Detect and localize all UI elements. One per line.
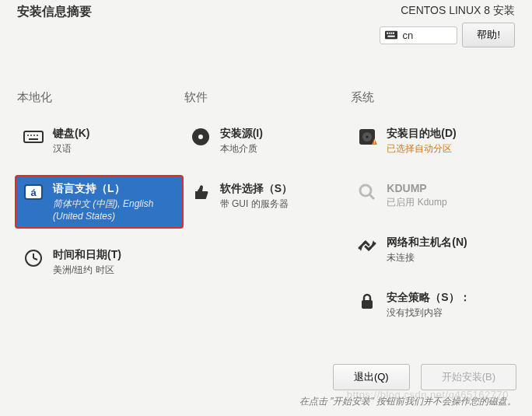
- footer-hint: 在点击 "开始安装" 按钮前我们并不会操作您的磁盘。: [299, 395, 516, 408]
- svg-point-21: [366, 136, 369, 138]
- product-title: CENTOS LINUX 8 安装: [401, 4, 515, 18]
- svg-text:!: !: [374, 139, 376, 145]
- spoke-sub: 已启用 Kdump: [387, 196, 446, 209]
- source-spoke[interactable]: 安装源(I) 本地介质: [183, 121, 350, 162]
- svg-rect-28: [362, 300, 373, 309]
- svg-text:á: á: [30, 187, 37, 198]
- kdump-spoke[interactable]: KDUMP 已启用 Kdump: [349, 176, 516, 215]
- svg-point-9: [33, 135, 35, 136]
- column-label-localization: 本地化: [16, 90, 183, 105]
- begin-install-button[interactable]: 开始安装(B): [421, 364, 516, 390]
- spoke-title: 键盘(K): [53, 127, 89, 141]
- keyboard-spoke[interactable]: 键盘(K) 汉语: [16, 121, 183, 162]
- selection-spoke[interactable]: 软件选择（S） 带 GUI 的服务器: [183, 176, 350, 217]
- spoke-sub: 本地介质: [220, 142, 263, 156]
- spoke-title: 时间和日期(T): [53, 248, 121, 262]
- spoke-sub: 简体中文 (中国), English (United States): [53, 198, 175, 222]
- help-button[interactable]: 帮助!: [462, 23, 515, 47]
- spoke-title: 网络和主机名(N): [387, 236, 467, 250]
- lock-icon: [357, 291, 377, 311]
- svg-rect-5: [388, 36, 395, 37]
- search-icon: [357, 182, 377, 202]
- svg-point-18: [198, 135, 203, 139]
- column-label-system: 系统: [349, 90, 516, 105]
- spoke-title: KDUMP: [387, 182, 446, 194]
- svg-point-10: [37, 135, 38, 136]
- svg-rect-3: [391, 33, 393, 34]
- svg-point-24: [360, 185, 371, 196]
- svg-point-7: [27, 135, 29, 136]
- spoke-sub: 已选择自动分区: [387, 142, 456, 156]
- keyboard-layout-field[interactable]: cn: [380, 26, 457, 44]
- svg-point-8: [30, 135, 32, 136]
- time-spoke[interactable]: 时间和日期(T) 美洲/纽约 时区: [16, 242, 183, 283]
- network-icon: [357, 236, 377, 256]
- page-title: 安装信息摘要: [17, 4, 92, 20]
- spoke-title: 安装目的地(D): [387, 127, 456, 141]
- disk-icon: !: [357, 127, 377, 147]
- svg-rect-0: [385, 31, 397, 40]
- svg-line-25: [369, 194, 374, 199]
- spoke-title: 语言支持（L）: [53, 182, 175, 196]
- security-spoke[interactable]: 安全策略（S）： 没有找到内容: [349, 285, 516, 326]
- svg-rect-6: [24, 131, 43, 142]
- spoke-title: 安装源(I): [220, 127, 263, 141]
- spoke-sub: 带 GUI 的服务器: [220, 198, 292, 211]
- keyboard-layout-value: cn: [402, 30, 413, 41]
- thumbs-up-icon: [191, 182, 211, 202]
- svg-rect-11: [29, 138, 38, 140]
- spoke-sub: 未连接: [387, 251, 467, 264]
- keyboard-icon: [385, 30, 397, 40]
- svg-rect-1: [387, 33, 388, 34]
- network-spoke[interactable]: 网络和主机名(N) 未连接: [349, 229, 516, 271]
- clock-icon: [23, 248, 44, 268]
- spoke-sub: 美洲/纽约 时区: [53, 264, 121, 277]
- destination-spoke[interactable]: ! 安装目的地(D) 已选择自动分区: [349, 121, 516, 162]
- language-spoke[interactable]: á 语言支持（L） 简体中文 (中国), English (United Sta…: [16, 176, 183, 228]
- svg-rect-4: [393, 33, 394, 34]
- keyboard-spoke-icon: [23, 127, 44, 147]
- svg-rect-2: [389, 33, 390, 34]
- spoke-title: 安全策略（S）：: [387, 291, 470, 305]
- column-label-software: 软件: [183, 90, 350, 105]
- quit-button[interactable]: 退出(Q): [333, 364, 410, 390]
- spoke-sub: 没有找到内容: [387, 306, 470, 320]
- svg-line-16: [33, 258, 37, 260]
- language-icon: á: [23, 182, 44, 202]
- spoke-sub: 汉语: [53, 142, 89, 156]
- disc-icon: [191, 127, 211, 147]
- spoke-title: 软件选择（S）: [220, 182, 292, 196]
